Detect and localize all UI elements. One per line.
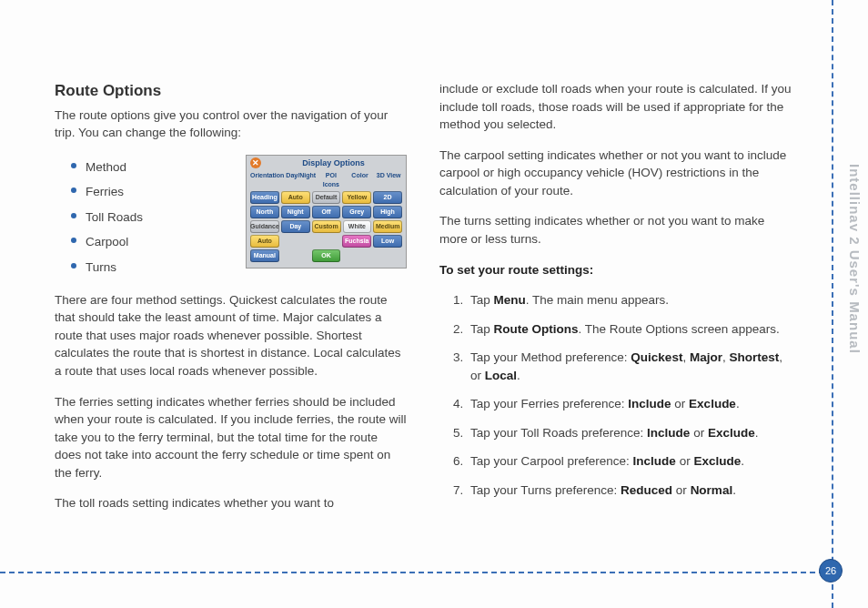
steps-list: Tap Menu. The main menu appears.Tap Rout… [439,291,792,500]
bullet-turns: Turns [86,255,407,280]
page-border-bottom [0,572,833,573]
step-bold: Major [690,350,722,364]
left-column: Route Options The route options give you… [55,80,407,512]
step-bold: Exclude [708,426,755,440]
page-number-badge: 26 [819,559,843,583]
step-item: Tap Menu. The main menu appears. [467,291,792,309]
intro-paragraph: The route options give you control over … [55,106,407,142]
step-bold: Quickest [631,350,682,364]
step-bold: Exclude [693,454,741,468]
right-column: include or exclude toll roads when your … [439,80,792,512]
bullet-carpool: Carpool [86,229,407,255]
options-bullet-list: Method Ferries Toll Roads Carpool Turns [55,155,407,280]
step-bold: Include [633,454,676,468]
step-item: Tap your Method preference: Quickest, Ma… [467,349,792,384]
step-bold: Menu [494,293,526,307]
step-item: Tap Route Options. The Route Options scr… [467,320,792,339]
paragraph-method: There are four method settings. Quickest… [55,291,407,380]
doc-title-vertical: Intellinav 2 User's Manual [847,164,863,354]
step-item: Tap your Turns preference: Reduced or No… [467,481,792,500]
step-bold: Reduced [621,483,672,497]
step-bold: Route Options [494,322,579,336]
bullet-method: Method [86,155,407,180]
bullets-and-figure: ✕ Display Options Orientation Day/Night … [55,155,407,291]
step-item: Tap your Carpool preference: Include or … [467,452,792,471]
step-bold: Normal [691,483,733,497]
paragraph-carpool: The carpool setting indicates whether or… [439,147,792,200]
step-bold: Include [628,397,671,410]
paragraph-toll-cont: include or exclude toll roads when your … [439,80,792,134]
step-bold: Local [485,369,517,382]
paragraph-ferries: The ferries setting indicates whether fe… [55,393,407,482]
section-title: Route Options [55,80,407,103]
steps-heading: To set your route settings: [439,261,792,279]
paragraph-turns: The turns setting indicates whether or n… [439,212,792,248]
step-item: Tap your Toll Roads preference: Include … [467,424,792,442]
paragraph-toll-lead: The toll roads setting indicates whether… [55,494,407,512]
step-bold: Exclude [689,397,736,410]
page-border-right [832,0,833,608]
step-bold: Shortest [729,350,779,364]
step-bold: Include [647,426,690,440]
bullet-ferries: Ferries [86,179,407,205]
step-item: Tap your Ferries preference: Include or … [467,395,792,413]
bullet-toll: Toll Roads [86,205,407,230]
content-area: Route Options The route options give you… [55,80,792,512]
